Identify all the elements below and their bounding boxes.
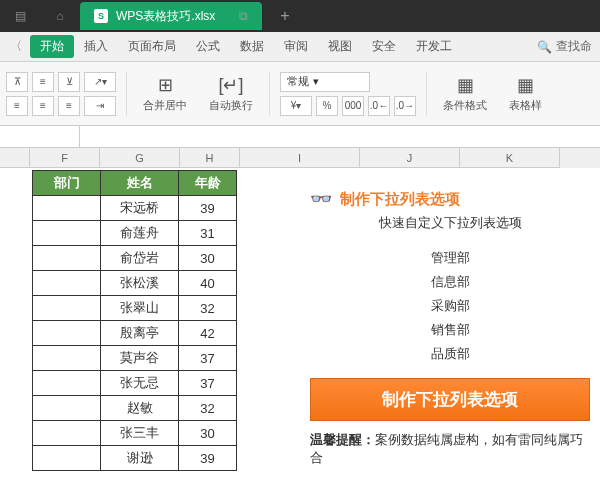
currency-button[interactable]: ¥▾ [280,96,312,116]
comma-button[interactable]: 000 [342,96,364,116]
table-row[interactable]: 张三丰30 [33,421,237,446]
tab-filename: WPS表格技巧.xlsx [116,8,215,25]
search-icon: 🔍 [537,40,552,54]
search-label: 查找命 [556,38,592,55]
col-header-J[interactable]: J [360,148,460,168]
spreadsheet-icon: S [94,9,108,23]
cellstyle-icon: ▦ [517,74,534,96]
panel-title: 制作下拉列表选项 [340,190,460,209]
new-tab-button[interactable]: + [280,7,289,25]
select-all-corner[interactable] [0,148,30,168]
data-table[interactable]: 部门姓名年龄宋远桥39俞莲舟31俞岱岩30张松溪40张翠山32殷离亭42莫声谷3… [32,170,237,471]
menu-开发工[interactable]: 开发工 [406,35,462,58]
align-left-button[interactable]: ≡ [6,96,28,116]
table-row[interactable]: 张翠山32 [33,296,237,321]
col-header-H[interactable]: H [180,148,240,168]
menu-数据[interactable]: 数据 [230,35,274,58]
menu-开始[interactable]: 开始 [30,35,74,58]
menu-视图[interactable]: 视图 [318,35,362,58]
list-item: 信息部 [310,270,590,294]
table-row[interactable]: 俞岱岩30 [33,246,237,271]
percent-button[interactable]: % [316,96,338,116]
col-header-K[interactable]: K [460,148,560,168]
home-icon[interactable]: ⌂ [40,9,80,23]
increase-decimal-button[interactable]: .0← [368,96,390,116]
align-right-button[interactable]: ≡ [58,96,80,116]
indent-button[interactable]: ⇥ [84,96,116,116]
table-header: 姓名 [101,171,179,196]
app-menu-icon[interactable]: ▤ [0,9,40,23]
table-header: 部门 [33,171,101,196]
table-row[interactable]: 俞莲舟31 [33,221,237,246]
menu-公式[interactable]: 公式 [186,35,230,58]
number-format-dropdown[interactable]: 常规▾ [280,72,370,92]
cell-style-button[interactable]: ▦ 表格样 [503,74,548,113]
condfmt-icon: ▦ [457,74,474,96]
orientation-button[interactable]: ↗▾ [84,72,116,92]
decrease-decimal-button[interactable]: .0→ [394,96,416,116]
glasses-icon: 👓 [310,188,332,210]
table-row[interactable]: 张松溪40 [33,271,237,296]
table-row[interactable]: 张无忌37 [33,371,237,396]
list-item: 品质部 [310,342,590,366]
merge-center-button[interactable]: ⊞ 合并居中 [137,74,193,113]
align-middle-button[interactable]: ≡ [32,72,54,92]
table-row[interactable]: 谢逊39 [33,446,237,471]
table-row[interactable]: 赵敏32 [33,396,237,421]
warning-text: 温馨提醒：案例数据纯属虚构，如有雷同纯属巧合 [310,431,590,467]
option-list: 管理部信息部采购部销售部品质部 [310,246,590,366]
panel-subtitle: 快速自定义下拉列表选项 [310,214,590,232]
table-row[interactable]: 莫声谷37 [33,346,237,371]
menu-安全[interactable]: 安全 [362,35,406,58]
list-item: 管理部 [310,246,590,270]
col-header-F[interactable]: F [30,148,100,168]
wrap-text-button[interactable]: [↵] 自动换行 [203,74,259,113]
list-item: 采购部 [310,294,590,318]
search-command[interactable]: 🔍 查找命 [537,38,600,55]
table-row[interactable]: 殷离亭42 [33,321,237,346]
table-header: 年龄 [179,171,237,196]
col-header-G[interactable]: G [100,148,180,168]
wrap-icon: [↵] [218,74,243,96]
name-box[interactable] [0,126,80,147]
table-row[interactable]: 宋远桥39 [33,196,237,221]
align-top-button[interactable]: ⊼ [6,72,28,92]
align-center-button[interactable]: ≡ [32,96,54,116]
formula-input[interactable] [110,126,600,147]
menu-审阅[interactable]: 审阅 [274,35,318,58]
conditional-format-button[interactable]: ▦ 条件格式 [437,74,493,113]
col-header-I[interactable]: I [240,148,360,168]
chevron-down-icon: ▾ [313,75,319,88]
align-bottom-button[interactable]: ⊻ [58,72,80,92]
merge-icon: ⊞ [158,74,173,96]
create-dropdown-button[interactable]: 制作下拉列表选项 [310,378,590,421]
fx-button[interactable] [80,126,110,147]
tab-duplicate-icon[interactable]: ⧉ [239,9,248,23]
document-tab[interactable]: S WPS表格技巧.xlsx ⧉ [80,2,262,30]
menu-页面布局[interactable]: 页面布局 [118,35,186,58]
menu-插入[interactable]: 插入 [74,35,118,58]
collapse-menu-icon[interactable]: 〈 [6,38,26,55]
list-item: 销售部 [310,318,590,342]
